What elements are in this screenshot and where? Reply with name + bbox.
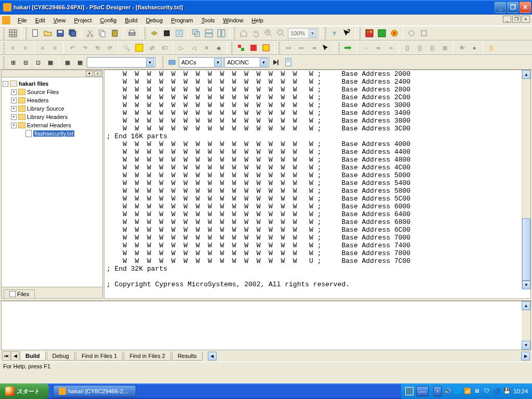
context-help-icon[interactable]: ? xyxy=(341,28,353,39)
align-left-icon[interactable]: ≡ xyxy=(37,42,48,54)
shape1-icon[interactable] xyxy=(406,28,417,39)
menu-file[interactable]: File xyxy=(14,16,31,24)
bm-prev-icon[interactable]: ◁ xyxy=(188,42,200,54)
output-tab-results[interactable]: Results xyxy=(172,352,203,361)
menu-view[interactable]: View xyxy=(49,16,70,24)
bm-clear-icon[interactable]: ✕ xyxy=(201,42,212,54)
dbg2-icon[interactable]: ⇒ xyxy=(372,42,383,54)
tray-icon[interactable]: 🖥 xyxy=(474,388,481,395)
redo-icon[interactable]: ↷ xyxy=(79,42,90,54)
step-a-icon[interactable]: ↦ xyxy=(283,42,294,54)
grid-icon[interactable] xyxy=(7,28,19,39)
menu-config[interactable]: Config xyxy=(96,16,121,24)
minimize-button[interactable]: _ xyxy=(495,2,506,13)
empty-combo[interactable]: ▼ xyxy=(87,57,155,68)
cursor-icon[interactable] xyxy=(320,42,331,54)
tb3-1-icon[interactable]: ⊞ xyxy=(7,57,19,68)
category-combo[interactable]: ADCs▼ xyxy=(179,57,223,68)
close-button[interactable]: ✕ xyxy=(520,2,531,13)
tray-icon[interactable]: 🔵 xyxy=(494,388,501,395)
stop-icon[interactable]: ● xyxy=(469,42,480,54)
brk4-icon[interactable]: ⊞ xyxy=(439,42,450,54)
editor-vscrollbar[interactable]: ▲ ▼ xyxy=(522,70,530,289)
paste-icon[interactable] xyxy=(109,28,121,39)
align-right-icon[interactable]: ≡ xyxy=(49,42,61,54)
chip-icon[interactable] xyxy=(161,28,172,39)
tray-expand-icon[interactable]: ‹ xyxy=(433,386,442,396)
start-button[interactable]: スタート xyxy=(0,383,49,399)
tb3-3-icon[interactable]: ⊡ xyxy=(32,57,44,68)
watch-icon[interactable]: 👁 xyxy=(456,42,468,54)
new-file-icon[interactable] xyxy=(30,28,41,39)
tree-item[interactable]: +Library Headers xyxy=(3,113,101,121)
code-editor[interactable]: W W W W W W W W W W W W W W W W ; Base A… xyxy=(104,70,531,299)
flag-fill-icon[interactable] xyxy=(248,42,259,54)
tree-item-selected[interactable]: flashsecurity.txt xyxy=(3,129,101,138)
menu-project[interactable]: Project xyxy=(70,16,96,24)
output-tab-find-in-files-2[interactable]: Find in Files 2 xyxy=(124,352,170,361)
flag-yellow-icon[interactable] xyxy=(260,42,272,54)
hand-icon[interactable] xyxy=(250,28,262,39)
find-next-icon[interactable] xyxy=(134,42,145,54)
flag-red-icon[interactable] xyxy=(235,42,247,54)
tb3-5-icon[interactable]: ▦ xyxy=(62,57,73,68)
datasheet-icon[interactable] xyxy=(283,57,294,68)
scroll-down-icon[interactable]: ▼ xyxy=(522,281,530,289)
toolbar-grip[interactable] xyxy=(2,57,5,68)
menu-debug[interactable]: Debug xyxy=(142,16,167,24)
save-icon[interactable] xyxy=(55,28,66,39)
toolbar-grip[interactable] xyxy=(161,57,164,68)
menu-tools[interactable]: Tools xyxy=(197,16,219,24)
help-icon[interactable]: ? xyxy=(329,28,340,39)
maximize-button[interactable]: ❐ xyxy=(507,2,518,13)
bm-next-icon[interactable]: ▷ xyxy=(176,42,187,54)
bookmark-icon[interactable]: 🏷 xyxy=(158,42,170,54)
tray-icon[interactable]: 🔊 xyxy=(444,388,451,395)
tree-item[interactable]: +Library Source xyxy=(3,104,101,113)
tray-clock[interactable]: 10:24 xyxy=(513,388,528,394)
view1-icon[interactable] xyxy=(364,28,375,39)
menu-help[interactable]: Help xyxy=(247,16,268,24)
tile-vert-icon[interactable] xyxy=(216,28,227,39)
bm-toggle-icon[interactable]: ◆ xyxy=(213,42,224,54)
zoom-out-icon[interactable]: - xyxy=(275,28,287,39)
toolbar-grip[interactable] xyxy=(324,28,326,39)
menu-program[interactable]: Program xyxy=(167,16,197,24)
tabnav-prev-icon[interactable]: ◀ xyxy=(11,351,19,361)
tb3-6-icon[interactable]: ▦ xyxy=(74,57,86,68)
tray-icon[interactable]: 🌐 xyxy=(454,388,461,395)
tray-icon[interactable]: 💾 xyxy=(503,388,511,395)
brk1-icon[interactable]: {} xyxy=(402,42,413,54)
module-icon[interactable] xyxy=(149,28,160,39)
tree-item[interactable]: +Source Files xyxy=(3,88,101,96)
tree-item[interactable]: +Headers xyxy=(3,96,101,104)
menu-build[interactable]: Build xyxy=(121,16,141,24)
outdent-icon[interactable]: ≡ xyxy=(20,42,31,54)
dbg3-icon[interactable]: ⇢ xyxy=(384,42,396,54)
dbg1-icon[interactable]: → xyxy=(360,42,371,54)
view3-icon[interactable] xyxy=(389,28,400,39)
scroll-up-icon[interactable]: ▲ xyxy=(522,70,530,79)
tb3-4-icon[interactable]: ▦ xyxy=(45,57,56,68)
menu-window[interactable]: Window xyxy=(219,16,247,24)
tray-icon[interactable]: 🛡 xyxy=(484,388,491,395)
indent-icon[interactable]: ≡ xyxy=(7,42,19,54)
output-tab-debug[interactable]: Debug xyxy=(47,352,75,361)
tabnav-first-icon[interactable]: ⏮ xyxy=(2,351,10,361)
brk3-icon[interactable]: {} xyxy=(427,42,438,54)
open-icon[interactable] xyxy=(42,28,54,39)
output-vscrollbar[interactable]: ▲▼ xyxy=(522,301,530,350)
home-icon[interactable] xyxy=(238,28,249,39)
mdi-minimize-button[interactable]: _ xyxy=(503,16,511,23)
file-tree[interactable]: -hakari files +Source Files+Headers+Libr… xyxy=(2,77,102,287)
scroll-thumb[interactable] xyxy=(522,218,530,281)
toolbar-grip[interactable] xyxy=(337,42,340,54)
toolbar-grip[interactable] xyxy=(2,28,5,39)
step-c-icon[interactable]: ⇥ xyxy=(308,42,319,54)
shape2-icon[interactable] xyxy=(418,28,430,39)
save-all-icon[interactable] xyxy=(67,28,78,39)
tree-root[interactable]: -hakari files xyxy=(3,79,101,88)
toolbar-grip[interactable] xyxy=(277,42,280,54)
halt-icon[interactable]: ✋ xyxy=(486,42,497,54)
replace-icon[interactable]: ⇄ xyxy=(146,42,157,54)
